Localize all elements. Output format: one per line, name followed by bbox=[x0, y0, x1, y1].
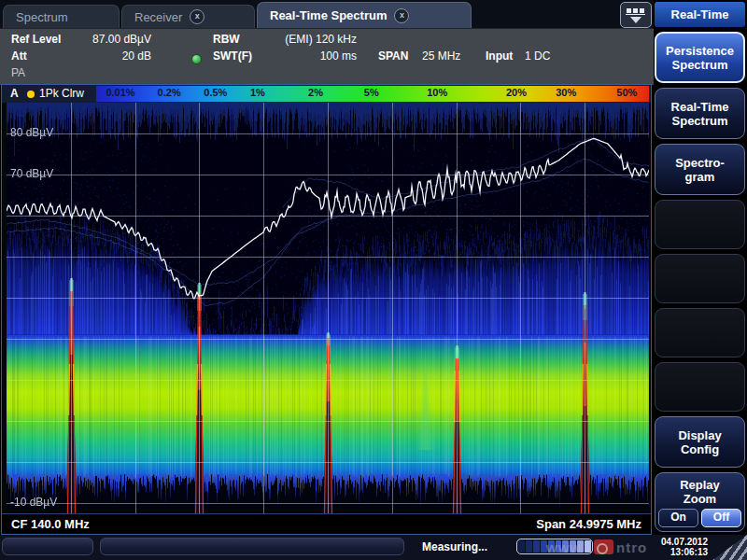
status-field-2[interactable] bbox=[100, 538, 404, 555]
softkey-persistence-spectrum[interactable]: Persistence Spectrum bbox=[655, 32, 745, 83]
y-axis-label-minus10: -10 dBµV bbox=[10, 496, 57, 509]
y-axis-label-80: 80 dBµV bbox=[10, 126, 53, 139]
color-scale-label: 0.2% bbox=[158, 87, 181, 98]
tab-label: Receiver bbox=[134, 10, 182, 24]
detector-label: Clrw bbox=[62, 87, 84, 100]
center-frequency-value[interactable]: CF 140.0 MHz bbox=[11, 517, 90, 531]
date-value: 04.07.2012 bbox=[661, 537, 708, 547]
trace-info-bar: A 1Pk Clrw 0.01%0.2%0.5%1%2%5%10%20%30%5… bbox=[2, 85, 651, 103]
spectrum-display: A 1Pk Clrw 0.01%0.2%0.5%1%2%5%10%20%30%5… bbox=[1, 84, 652, 535]
softkey-spectrogram[interactable]: Spectro- gram bbox=[655, 144, 745, 195]
span-value-footer[interactable]: Span 24.9975 MHz bbox=[536, 517, 641, 531]
replay-zoom-on-button[interactable]: On bbox=[658, 509, 698, 527]
trace-mode-label: 1Pk bbox=[39, 87, 59, 100]
resize-grip-icon bbox=[710, 535, 747, 560]
tab-receiver[interactable]: Receiver x bbox=[121, 5, 255, 28]
color-scale-label: 2% bbox=[308, 87, 323, 98]
sweep-led-icon bbox=[191, 54, 202, 64]
softkey-menu-title: Real-Time bbox=[655, 2, 745, 27]
status-field-1[interactable] bbox=[2, 538, 93, 555]
persistence-color-scale: 0.01%0.2%0.5%1%2%5%10%20%30%50% bbox=[96, 86, 649, 102]
color-scale-label: 5% bbox=[364, 87, 379, 98]
span-value[interactable]: 25 MHz bbox=[422, 49, 460, 63]
tab-label: Spectrum bbox=[16, 10, 68, 24]
trace-color-dot-icon bbox=[27, 91, 35, 98]
rbw-label[interactable]: RBW bbox=[213, 33, 240, 46]
input-value[interactable]: 1 DC bbox=[525, 49, 550, 63]
color-scale-label: 0.5% bbox=[204, 87, 227, 98]
color-scale-label: 0.01% bbox=[106, 87, 134, 98]
softkey-replay-zoom[interactable]: Replay Zoom On Off bbox=[655, 472, 745, 532]
tab-bar: Spectrum Receiver x Real-Time Spectrum x bbox=[0, 0, 654, 28]
ref-level-value[interactable]: 87.00 dBµV bbox=[77, 33, 151, 46]
ref-level-label[interactable]: Ref Level bbox=[11, 33, 61, 46]
softkey-display-config[interactable]: Display Config bbox=[655, 416, 745, 468]
softkey-sidebar: Real-Time Persistence Spectrum Real-Time… bbox=[654, 0, 747, 535]
softkey-empty-1 bbox=[655, 200, 745, 249]
watermark-text: www bbox=[546, 539, 582, 555]
span-label[interactable]: SPAN bbox=[378, 49, 408, 63]
watermark-logo-icon bbox=[594, 539, 613, 554]
tab-real-time-spectrum[interactable]: Real-Time Spectrum x bbox=[257, 2, 472, 28]
replay-zoom-off-button[interactable]: Off bbox=[701, 509, 741, 527]
softkey-empty-4 bbox=[655, 362, 745, 412]
y-axis-label-70: 70 dBµV bbox=[10, 167, 53, 180]
close-icon[interactable]: x bbox=[190, 9, 204, 24]
channel-label: A bbox=[10, 87, 19, 100]
window-layout-menu-icon[interactable] bbox=[620, 2, 652, 28]
softkey-empty-3 bbox=[655, 308, 745, 357]
status-bar: Measuring... www ntro 04.07.2012 13:06:1… bbox=[0, 535, 747, 560]
swt-label[interactable]: SWT(F) bbox=[213, 49, 252, 63]
preamp-label: PA bbox=[11, 66, 25, 79]
measurement-settings-bar: Ref Level 87.00 dBµV RBW (EMI) 120 kHz A… bbox=[0, 28, 654, 85]
tab-label: Real-Time Spectrum bbox=[270, 8, 387, 22]
color-scale-label: 20% bbox=[506, 87, 527, 98]
replay-zoom-label: Replay Zoom bbox=[680, 478, 720, 506]
rbw-value[interactable]: (EMI) 120 kHz bbox=[263, 33, 357, 46]
time-value: 13:06:13 bbox=[661, 547, 708, 557]
softkey-real-time-spectrum[interactable]: Real-Time Spectrum bbox=[655, 88, 745, 139]
measuring-status: Measuring... bbox=[422, 540, 487, 553]
frequency-footer-bar: CF 140.0 MHz Span 24.9975 MHz bbox=[2, 513, 651, 534]
close-icon[interactable]: x bbox=[394, 8, 409, 23]
swt-value[interactable]: 100 ms bbox=[263, 49, 357, 63]
datetime-display: 04.07.2012 13:06:13 bbox=[661, 537, 708, 557]
softkey-empty-2 bbox=[655, 254, 745, 303]
color-scale-label: 1% bbox=[250, 87, 265, 98]
watermark-text: ntro bbox=[616, 539, 647, 555]
att-label[interactable]: Att bbox=[11, 49, 27, 63]
input-label[interactable]: Input bbox=[486, 49, 513, 63]
color-scale-label: 30% bbox=[556, 87, 576, 98]
persistence-spectrum-canvas[interactable] bbox=[7, 103, 649, 513]
color-scale-label: 50% bbox=[616, 87, 637, 98]
att-value[interactable]: 20 dB bbox=[77, 49, 151, 63]
tab-spectrum[interactable]: Spectrum bbox=[3, 5, 120, 28]
color-scale-label: 10% bbox=[427, 87, 447, 98]
